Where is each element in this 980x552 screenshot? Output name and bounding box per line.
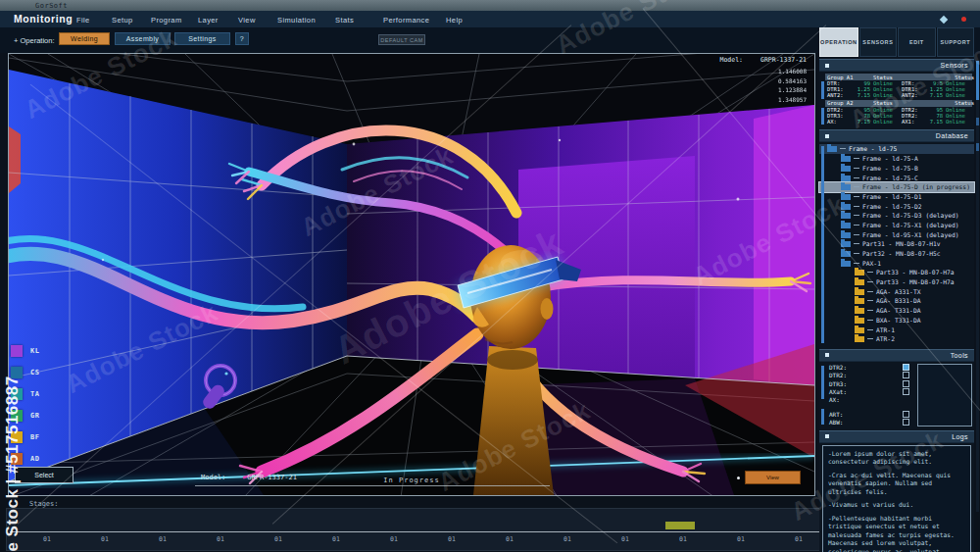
- database-tree: Frame - ld-75 Frame - ld-75-A Frame - ld…: [819, 142, 974, 346]
- log-line: -Cras ac dui velit. Maecenas quis venena…: [828, 472, 965, 497]
- legend-item-ad[interactable]: AD: [11, 453, 39, 465]
- sensor-row: DTR:99OnlineDTR:9.5Online: [825, 80, 972, 86]
- legend-item-kl[interactable]: KL: [11, 345, 39, 357]
- tree-item[interactable]: Part33 - MN-D8-07-H7a: [819, 268, 974, 277]
- tree-item[interactable]: PAX-1: [819, 258, 974, 268]
- model-underline: [195, 485, 550, 486]
- sensor-group: Group A1StatusStatus DTR:99OnlineDTR:9.5…: [821, 74, 972, 99]
- folder-icon: [841, 213, 851, 219]
- view-button[interactable]: View: [745, 471, 801, 484]
- swatch-cs: [11, 367, 23, 378]
- tools-detail-box: [917, 364, 972, 427]
- bottom-model-label: Model:: [201, 474, 225, 481]
- right-sidebar: OPERATION SENSORS EDIT SUPPORT Sensors G…: [819, 27, 974, 552]
- tree-item[interactable]: ATR-2: [819, 334, 974, 344]
- folder-icon: [855, 279, 864, 285]
- tree-item[interactable]: AGA- A331-TX: [819, 286, 974, 296]
- tree-item[interactable]: Frame - ld-95-X1 (delayed): [819, 229, 974, 239]
- tree-item[interactable]: Frame - ld-75-X1 (delayed): [819, 221, 974, 230]
- tree-item[interactable]: Frame - ld-75-C: [819, 173, 974, 182]
- title-bar: GorSoft: [0, 0, 980, 11]
- legend-item-cs[interactable]: CS: [11, 367, 39, 378]
- app-window: GorSoft Monitoring File Setup Program La…: [0, 0, 980, 552]
- settings-button[interactable]: Settings: [174, 32, 230, 45]
- folder-icon: [841, 176, 851, 181]
- checkbox[interactable]: [903, 372, 909, 378]
- 3d-scene[interactable]: [9, 54, 814, 495]
- folder-icon: [855, 327, 864, 333]
- default-cam-button[interactable]: Default Cam: [378, 34, 425, 45]
- menu-view[interactable]: View: [238, 16, 256, 25]
- viewport-metrics: 1.146008 0.584163 1.123884 1.348957: [778, 67, 807, 104]
- tree-item-selected[interactable]: Frame - ld-75-D (in progress): [819, 182, 974, 192]
- folder-icon: [855, 289, 864, 295]
- tool-row: ART:: [825, 411, 913, 419]
- status-diamond-icon: [940, 16, 948, 24]
- timeline-tick: 01: [43, 535, 51, 543]
- menu-help[interactable]: Help: [446, 16, 463, 25]
- tree-item[interactable]: Part31 - MN-D8-07-H1v: [819, 239, 974, 249]
- folder-icon: [841, 194, 851, 200]
- folder-icon: [855, 270, 864, 276]
- swatch-ad: [11, 453, 23, 465]
- tree-item[interactable]: Frame - ld-75-D2: [819, 201, 974, 211]
- checkbox[interactable]: [903, 419, 909, 426]
- help-button[interactable]: ?: [235, 32, 249, 45]
- timeline-strip[interactable]: [6, 508, 955, 551]
- tree-item[interactable]: AGA- T331-DA: [819, 306, 974, 316]
- bullet-icon: [825, 134, 829, 138]
- tree-item[interactable]: Frame - ld-75-A: [819, 154, 974, 164]
- bullet-icon: [825, 353, 829, 357]
- folder-icon: [841, 261, 851, 267]
- menu-layer[interactable]: Layer: [198, 16, 219, 25]
- sensors-section-header[interactable]: Sensors: [819, 59, 974, 72]
- tools-section-header[interactable]: Tools: [819, 349, 974, 362]
- legend-item-bf[interactable]: BF: [11, 431, 39, 443]
- tab-sensors[interactable]: SENSORS: [859, 27, 897, 57]
- viewport-model-value: GRPR-1337-21: [760, 56, 807, 64]
- sidebar-scrollbar[interactable]: [976, 61, 979, 512]
- assembly-button[interactable]: Assembly: [115, 32, 171, 45]
- welding-button[interactable]: Welding: [59, 32, 110, 45]
- tree-item[interactable]: Part33 - MN-D8-07-H7a: [819, 277, 974, 287]
- swatch-kl: [11, 345, 23, 357]
- menu-stats[interactable]: Stats: [335, 16, 354, 25]
- tree-item[interactable]: Part32 - MN-D8-07-H5c: [819, 249, 974, 259]
- timeline-marker[interactable]: [665, 522, 695, 529]
- legend-item-ta[interactable]: TA: [11, 388, 39, 400]
- tab-operation[interactable]: OPERATION: [819, 27, 858, 57]
- menu-program[interactable]: Program: [151, 16, 182, 25]
- 3d-viewport: Model: GRPR-1337-21 1.146008 0.584163 1.…: [8, 53, 815, 496]
- swatch-ta: [11, 388, 23, 400]
- checkbox-checked[interactable]: [903, 364, 909, 371]
- stages-label: Stages:: [29, 500, 59, 508]
- bottom-model-value: GRPR-1337-21: [247, 474, 297, 481]
- folder-icon: [841, 204, 851, 210]
- tree-item[interactable]: Frame - ld-75: [819, 144, 974, 154]
- menu-monitoring[interactable]: Monitoring: [14, 13, 73, 25]
- checkbox[interactable]: [903, 388, 909, 395]
- menu-file[interactable]: File: [76, 16, 90, 25]
- tool-row: AX:: [825, 395, 913, 403]
- bullet-icon: [825, 64, 829, 68]
- checkbox[interactable]: [903, 411, 909, 418]
- menu-setup[interactable]: Setup: [112, 16, 133, 25]
- tree-item[interactable]: AGA- B331-DA: [819, 296, 974, 306]
- tree-item[interactable]: Frame - ld-75-B: [819, 164, 974, 174]
- checkbox[interactable]: [903, 380, 909, 387]
- legend-item-gr[interactable]: GR: [11, 410, 39, 422]
- timeline-tick: 01: [217, 535, 224, 543]
- select-button[interactable]: Select: [15, 467, 74, 483]
- tab-support[interactable]: SUPPORT: [937, 27, 974, 57]
- menu-simulation[interactable]: Simulation: [277, 16, 316, 25]
- logs-section-header[interactable]: Logs: [819, 430, 974, 443]
- tree-item[interactable]: Frame - ld-75-D3 (delayed): [819, 211, 974, 221]
- tree-item[interactable]: BXA- T331-DA: [819, 316, 974, 326]
- tab-edit[interactable]: EDIT: [898, 27, 935, 57]
- tree-item[interactable]: ATR-1: [819, 325, 974, 334]
- tree-item[interactable]: Frame - ld-75-D1: [819, 192, 974, 202]
- menu-performance[interactable]: Performance: [383, 16, 429, 25]
- scrollbar-thumb[interactable]: [976, 61, 979, 100]
- sensor-row: DTR1:1.25OnlineDTR1:1.25Online: [825, 86, 972, 92]
- database-section-header[interactable]: Database: [819, 129, 974, 142]
